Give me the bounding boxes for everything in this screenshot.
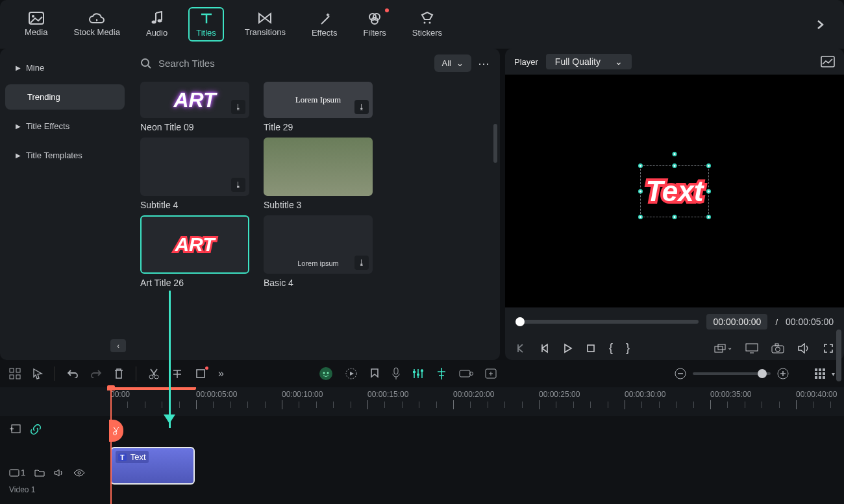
tab-media[interactable]: Media xyxy=(19,8,53,41)
transition-icon xyxy=(257,12,273,25)
mute-button[interactable] xyxy=(54,468,64,477)
tab-label: Stock Media xyxy=(73,27,120,37)
thumb-graphic: ART xyxy=(175,234,214,256)
sidebar-item-trending[interactable]: Trending xyxy=(5,84,125,110)
add-track-button[interactable] xyxy=(9,424,21,435)
tabs-more-icon[interactable] xyxy=(815,19,825,30)
selection-box[interactable]: Text xyxy=(640,165,710,217)
delete-button[interactable] xyxy=(114,368,124,379)
thumb-basic-4[interactable]: Lorem ipsum⭳ xyxy=(264,215,373,274)
track-lanes[interactable]: TText xyxy=(110,416,844,504)
tab-transitions[interactable]: Transitions xyxy=(240,8,291,41)
play-button[interactable] xyxy=(562,343,573,354)
chevron-down-icon: ⌄ xyxy=(456,58,464,68)
redo-button[interactable] xyxy=(90,369,102,378)
resize-handle[interactable] xyxy=(706,189,711,193)
search-filter-dropdown[interactable]: All⌄ xyxy=(434,54,471,72)
mark-out-button[interactable]: } xyxy=(626,341,630,355)
track-view-button[interactable] xyxy=(815,368,825,379)
time-separator: / xyxy=(775,317,778,327)
sidebar-item-mine[interactable]: ▶Mine xyxy=(5,55,125,80)
volume-button[interactable] xyxy=(797,343,810,354)
download-icon[interactable]: ⭳ xyxy=(354,256,369,270)
rotate-handle[interactable] xyxy=(673,152,677,156)
resize-handle[interactable] xyxy=(638,215,643,219)
stop-button[interactable] xyxy=(586,343,596,354)
scrub-bar[interactable] xyxy=(515,320,699,324)
wand-icon xyxy=(317,11,332,25)
mark-in-button[interactable]: { xyxy=(609,341,613,355)
zoom-knob[interactable] xyxy=(758,369,767,378)
display-button[interactable] xyxy=(745,343,758,354)
thumb-subtitle-3[interactable] xyxy=(264,138,373,196)
thumb-art-title-26[interactable]: ART xyxy=(140,215,249,274)
tab-stickers[interactable]: Stickers xyxy=(407,7,447,42)
text-tool-button[interactable] xyxy=(171,368,183,379)
thumb-label: Title 29 xyxy=(264,122,373,132)
timeline-clip-text[interactable]: TText xyxy=(110,447,195,485)
marker-button[interactable] xyxy=(369,368,380,379)
svg-rect-24 xyxy=(197,370,205,378)
tab-effects[interactable]: Effects xyxy=(306,7,343,42)
download-icon[interactable]: ⭳ xyxy=(354,100,369,114)
tab-filters[interactable]: Filters xyxy=(358,7,391,42)
tab-stock-media[interactable]: Stock Media xyxy=(68,8,125,41)
zoom-slider[interactable] xyxy=(693,372,771,375)
thumb-label: Subtitle 3 xyxy=(264,200,373,210)
crop-button[interactable] xyxy=(195,368,206,379)
speed-button[interactable] xyxy=(345,367,358,380)
ai-button[interactable] xyxy=(319,366,333,381)
resize-handle[interactable] xyxy=(673,163,677,168)
library-scrollbar[interactable] xyxy=(493,124,497,163)
resize-handle[interactable] xyxy=(638,189,643,193)
thumb-neon-title-09[interactable]: ART⭳ xyxy=(140,82,249,118)
playhead[interactable] xyxy=(110,387,112,504)
tab-audio[interactable]: Audio xyxy=(141,7,173,42)
snapshot-icon[interactable] xyxy=(821,56,835,67)
link-button[interactable] xyxy=(30,424,42,435)
aspect-button[interactable]: ⌄ xyxy=(714,344,732,353)
svg-rect-13 xyxy=(718,344,725,350)
grid-view-button[interactable] xyxy=(9,368,21,379)
sticker-icon xyxy=(420,11,434,25)
step-back-button[interactable] xyxy=(539,343,549,354)
zoom-in-button[interactable] xyxy=(777,368,789,379)
align-button[interactable] xyxy=(436,367,447,380)
resize-handle[interactable] xyxy=(706,163,711,168)
camera-button[interactable] xyxy=(771,343,784,354)
dropdown-icon[interactable]: ▾ xyxy=(832,370,835,378)
sidebar-item-title-effects[interactable]: ▶Title Effects xyxy=(5,114,125,139)
scrub-knob[interactable] xyxy=(515,317,525,326)
visibility-button[interactable] xyxy=(73,469,85,477)
thumb-title-29[interactable]: Lorem Ipsum⭳ xyxy=(264,82,373,118)
folder-icon[interactable] xyxy=(34,468,45,477)
search-input[interactable] xyxy=(158,54,428,73)
sidebar-item-title-templates[interactable]: ▶Title Templates xyxy=(5,143,125,168)
timeline-vscroll[interactable] xyxy=(836,330,841,381)
mixer-button[interactable] xyxy=(412,368,424,379)
more-tools-button[interactable]: » xyxy=(218,368,224,379)
player-canvas[interactable]: Text xyxy=(505,75,844,307)
player-panel: Player Full Quality⌄ Text xyxy=(505,49,844,360)
prev-frame-button[interactable] xyxy=(515,343,526,354)
tab-titles[interactable]: Titles xyxy=(188,7,224,42)
fullscreen-button[interactable] xyxy=(823,343,834,354)
quality-dropdown[interactable]: Full Quality⌄ xyxy=(546,54,632,69)
resize-handle[interactable] xyxy=(706,215,711,219)
svg-rect-32 xyxy=(421,370,423,372)
thumb-subtitle-4[interactable]: ⭳ xyxy=(140,138,249,196)
object-track-button[interactable] xyxy=(459,368,473,379)
zoom-out-button[interactable] xyxy=(675,368,686,379)
resize-handle[interactable] xyxy=(638,163,643,168)
resize-handle[interactable] xyxy=(673,215,677,219)
download-icon[interactable]: ⭳ xyxy=(231,100,245,114)
timeline-ruler[interactable]: 00:0000:00:05:0000:00:10:0000:00:15:0000… xyxy=(0,387,844,416)
keyframe-button[interactable] xyxy=(485,368,497,379)
download-icon[interactable]: ⭳ xyxy=(231,178,245,192)
undo-button[interactable] xyxy=(67,369,79,378)
mic-button[interactable] xyxy=(391,367,401,380)
more-menu-button[interactable]: ⋯ xyxy=(478,56,490,71)
collapse-sidebar-button[interactable]: ‹ xyxy=(110,339,126,352)
split-button[interactable] xyxy=(148,368,160,379)
cursor-button[interactable] xyxy=(32,368,43,379)
